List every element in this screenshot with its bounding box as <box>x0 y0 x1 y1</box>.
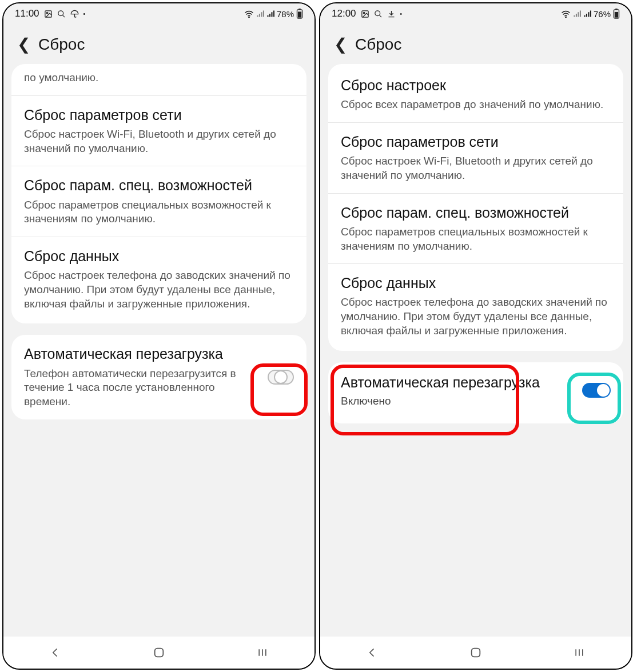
nav-home[interactable] <box>136 646 182 659</box>
svg-point-2 <box>58 10 63 15</box>
list-item[interactable]: Сброс парам. спец. возможностей Сброс па… <box>328 194 623 265</box>
settings-scroll[interactable]: Сброс настроек Сброс всех параметров до … <box>320 64 631 637</box>
nav-home[interactable] <box>453 646 499 659</box>
back-button[interactable]: ❮ <box>334 37 347 53</box>
nav-recent[interactable] <box>556 647 602 658</box>
auto-restart-status: Включено <box>341 395 575 407</box>
nav-recent[interactable] <box>240 647 285 658</box>
umbrella-icon <box>70 10 79 18</box>
wifi-icon <box>244 10 254 18</box>
signal-icon-2 <box>583 10 591 18</box>
item-desc: Сброс настроек телефона до заводских зна… <box>24 269 294 311</box>
item-desc: Сброс всех параметров до значений по умо… <box>341 98 611 112</box>
list-item[interactable]: Сброс данных Сброс настроек телефона до … <box>11 237 306 321</box>
page-header: ❮ Сброс <box>320 24 631 64</box>
wifi-icon <box>561 10 571 18</box>
phone-right: 12:00 • 76% ❮ Сброс Сброс настроек Сброс… <box>319 2 632 670</box>
image-icon <box>44 10 53 18</box>
auto-restart-desc: Телефон автоматически перезагрузится в т… <box>24 367 261 409</box>
item-desc: Сброс настроек Wi-Fi, Bluetooth и других… <box>341 154 611 182</box>
status-time: 12:00 <box>332 8 356 19</box>
navbar <box>3 637 314 669</box>
item-title: Сброс параметров сети <box>24 106 294 124</box>
battery-percent: 76% <box>594 9 611 19</box>
list-item[interactable]: Сброс параметров сети Сброс настроек Wi-… <box>11 96 306 167</box>
battery-percent: 78% <box>277 9 294 19</box>
list-item[interactable]: Сброс данных Сброс настроек телефона до … <box>328 264 623 348</box>
item-desc: Сброс параметров специальных возможносте… <box>24 198 294 226</box>
page-title: Сброс <box>355 35 401 54</box>
back-button[interactable]: ❮ <box>17 37 30 53</box>
auto-restart-title: Автоматическая перезагрузка <box>24 345 261 363</box>
auto-restart-card[interactable]: Автоматическая перезагрузка Телефон авто… <box>11 335 306 419</box>
item-desc: Сброс настроек Wi-Fi, Bluetooth и других… <box>24 127 294 155</box>
battery-icon <box>613 9 620 19</box>
page-header: ❮ Сброс <box>3 24 314 64</box>
svg-point-10 <box>375 10 380 15</box>
list-item[interactable]: Сброс параметров сети Сброс настроек Wi-… <box>328 123 623 194</box>
item-title: Сброс данных <box>341 274 611 292</box>
item-title: Сброс параметров сети <box>341 133 611 151</box>
svg-rect-15 <box>472 649 480 657</box>
settings-scroll[interactable]: по умолчанию. Сброс параметров сети Сбро… <box>3 64 314 637</box>
image-icon <box>361 10 369 18</box>
nav-back[interactable] <box>349 647 395 658</box>
signal-icon-1 <box>256 10 264 18</box>
search-status-icon <box>57 10 66 18</box>
list-item[interactable]: по умолчанию. <box>11 66 306 96</box>
phone-left: 11:00 • 78% ❮ Сброс по умолчанию. Сброс … <box>2 2 316 670</box>
svg-rect-13 <box>615 9 618 10</box>
item-desc: Сброс параметров специальных возможносте… <box>341 225 611 253</box>
battery-icon <box>296 9 303 19</box>
item-title: Сброс данных <box>24 247 294 265</box>
auto-restart-card[interactable]: Автоматическая перезагрузка Включено <box>328 362 623 423</box>
settings-card: по умолчанию. Сброс параметров сети Сбро… <box>11 64 306 323</box>
nav-back[interactable] <box>33 647 78 658</box>
svg-point-9 <box>363 12 365 14</box>
item-desc: по умолчанию. <box>24 71 294 85</box>
status-time: 11:00 <box>15 8 39 19</box>
svg-rect-6 <box>298 11 301 17</box>
svg-rect-14 <box>615 12 618 18</box>
svg-point-3 <box>249 17 249 18</box>
status-dot: • <box>83 11 86 17</box>
svg-point-1 <box>46 12 48 14</box>
auto-restart-title: Автоматическая перезагрузка <box>341 374 575 391</box>
download-icon <box>387 10 396 18</box>
auto-restart-toggle[interactable] <box>268 370 294 385</box>
signal-icon-2 <box>266 10 274 18</box>
settings-card: Сброс настроек Сброс всех параметров до … <box>328 64 623 351</box>
signal-icon-1 <box>573 10 581 18</box>
search-status-icon <box>374 10 383 18</box>
item-title: Сброс парам. спец. возможностей <box>24 177 294 194</box>
list-item[interactable]: Сброс настроек Сброс всех параметров до … <box>328 66 623 123</box>
navbar <box>320 637 631 669</box>
item-desc: Сброс настроек телефона до заводских зна… <box>341 295 611 338</box>
svg-rect-5 <box>298 9 301 10</box>
item-title: Сброс парам. спец. возможностей <box>341 204 611 222</box>
status-dot: • <box>400 11 403 17</box>
svg-rect-7 <box>155 649 164 657</box>
auto-restart-toggle[interactable] <box>582 383 611 398</box>
svg-point-11 <box>566 17 566 18</box>
list-item[interactable]: Сброс парам. спец. возможностей Сброс па… <box>11 166 306 237</box>
statusbar: 11:00 • 78% <box>3 3 314 24</box>
page-title: Сброс <box>38 35 85 54</box>
item-title: Сброс настроек <box>341 77 611 94</box>
statusbar: 12:00 • 76% <box>320 3 631 24</box>
